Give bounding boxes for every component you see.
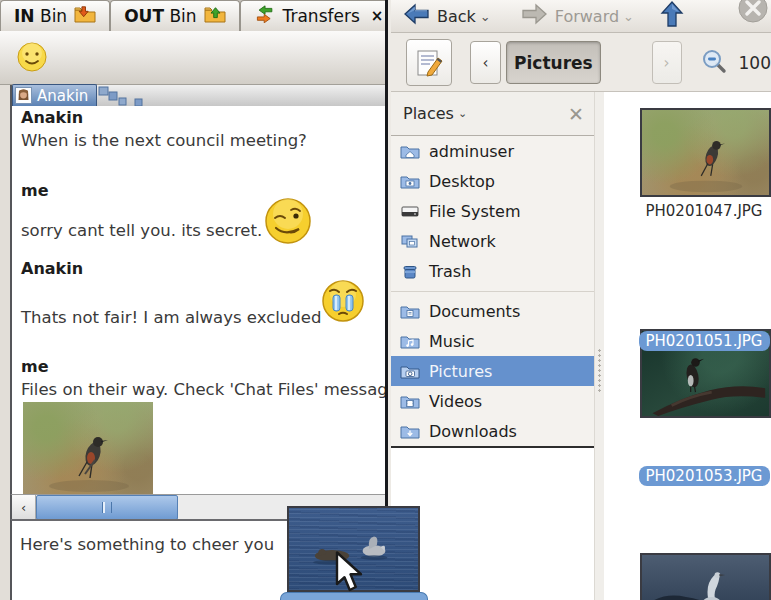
conversation-title: Anakin	[37, 87, 88, 105]
folder-in-icon	[74, 5, 96, 27]
forward-label: Forward	[555, 7, 619, 26]
places-sidebar: Places ⌄ ✕ adminuser Desktop	[391, 92, 594, 600]
file-name[interactable]: PH0201053.JPG	[622, 467, 771, 485]
message-sender: me	[21, 181, 49, 200]
tab-out-bin[interactable]: OUT Bin	[110, 0, 239, 31]
message-text: Files on their way. Check 'Chat Files' m…	[21, 380, 398, 399]
transfers-icon	[254, 5, 276, 27]
places-title[interactable]: Places	[403, 104, 454, 123]
message-sender: Anakin	[21, 108, 83, 127]
sidebar-item-label: Videos	[429, 392, 482, 411]
edit-note-icon	[414, 48, 444, 78]
videos-folder-icon	[400, 393, 420, 410]
sidebar-item-label: Desktop	[429, 172, 495, 191]
conversation-tab[interactable]: Anakin	[12, 84, 97, 106]
sidebar-item-videos[interactable]: Videos	[391, 386, 594, 416]
file-manager-window: Back ⌄ Forward ⌄	[385, 0, 771, 600]
path-button-label: Pictures	[514, 53, 593, 73]
message-sender: me	[21, 357, 49, 376]
back-icon[interactable]	[403, 3, 430, 29]
path-button-pictures[interactable]: Pictures	[506, 41, 602, 84]
pictures-folder-icon	[400, 363, 420, 380]
wink-emoji	[263, 196, 313, 250]
tab-close-icon[interactable]: ×	[371, 7, 384, 25]
sidebar-item-pictures[interactable]: Pictures	[391, 356, 594, 386]
path-left-glyph: ‹	[482, 54, 488, 72]
in-bin-label: IN Bin	[14, 6, 67, 26]
sidebar-item-label: Downloads	[429, 422, 517, 441]
conversation-tab-row: Anakin	[10, 85, 399, 106]
network-icon	[400, 233, 420, 250]
path-scroll-left-button[interactable]: ‹	[470, 41, 500, 84]
drive-icon	[400, 203, 420, 220]
window-close-icon[interactable]	[737, 0, 769, 28]
bird-photo-attachment[interactable]	[23, 402, 153, 494]
sidebar-item-desktop[interactable]: Desktop	[391, 166, 594, 196]
sidebar-separator	[391, 286, 594, 296]
edit-location-button[interactable]	[406, 39, 452, 86]
crying-emoji	[320, 278, 366, 328]
sidebar-item-label: adminuser	[429, 142, 514, 161]
trash-icon	[400, 263, 420, 280]
chat-toolbar	[0, 31, 397, 85]
sidebar-item-network[interactable]: Network	[391, 226, 594, 256]
sidebar-item-label: Trash	[429, 262, 471, 281]
places-header: Places ⌄ ✕	[391, 92, 594, 136]
file-name[interactable]: PH0201047.JPG	[622, 202, 771, 220]
file-name[interactable]: PH0201051.JPG	[622, 332, 771, 350]
pixel-trail-decoration	[97, 85, 157, 106]
sidebar-item-label: Network	[429, 232, 496, 251]
music-folder-icon	[400, 333, 420, 350]
sidebar-item-downloads[interactable]: Downloads	[391, 416, 594, 446]
out-bin-label: OUT Bin	[124, 6, 196, 26]
up-icon[interactable]	[660, 1, 684, 31]
fm-navigation-toolbar: Back ⌄ Forward ⌄	[391, 0, 771, 33]
smiley-icon[interactable]	[16, 41, 48, 73]
sidebar-item-label: Documents	[429, 302, 520, 321]
file-list[interactable]: PH0201047.JPG PH0201051.JPG	[604, 92, 771, 600]
forward-icon	[521, 3, 548, 29]
back-chevron-icon[interactable]: ⌄	[480, 9, 491, 24]
chat-input-text: Here's something to cheer you	[20, 535, 274, 554]
downloads-folder-icon	[400, 423, 420, 440]
sidebar-item-label: File System	[429, 202, 521, 221]
avatar	[15, 87, 32, 104]
path-scroll-right-button: ›	[652, 41, 682, 84]
forward-chevron-icon: ⌄	[623, 9, 634, 24]
sidebar-item-adminuser[interactable]: adminuser	[391, 136, 594, 166]
home-folder-icon	[400, 143, 420, 160]
places-caret-icon[interactable]: ⌄	[458, 107, 467, 120]
pane-grip-dots	[597, 348, 603, 392]
sidebar-empty-area	[391, 448, 594, 600]
mouse-cursor	[334, 551, 364, 593]
message-text: When is the next council meeting?	[21, 131, 307, 150]
back-label[interactable]: Back	[437, 7, 476, 26]
chat-tab-bar: IN Bin OUT Bin	[0, 0, 397, 32]
documents-folder-icon	[400, 303, 420, 320]
file-thumbnail-1[interactable]	[640, 108, 771, 197]
tab-transfers[interactable]: Transfers ×	[240, 0, 398, 31]
sidebar-item-label: Music	[429, 332, 475, 351]
desktop-folder-icon	[400, 173, 420, 190]
scrollbar-thumb[interactable]	[36, 495, 178, 520]
folder-out-icon	[204, 5, 226, 27]
sidebar-item-label: Pictures	[429, 362, 492, 381]
zoom-level-value[interactable]: 100	[739, 53, 771, 73]
message-text: Thats not fair! I am always excluded	[21, 308, 321, 327]
message-area[interactable]: Anakin When is the next council meeting?…	[10, 106, 399, 494]
sidebar-item-file-system[interactable]: File System	[391, 196, 594, 226]
path-right-glyph: ›	[664, 54, 670, 72]
transfers-label: Transfers	[283, 6, 360, 26]
message-text: sorry cant tell you. its secret.	[21, 221, 262, 240]
sidebar-item-documents[interactable]: Documents	[391, 296, 594, 326]
tab-in-bin[interactable]: IN Bin	[0, 0, 110, 31]
sidebar-close-icon[interactable]: ✕	[568, 103, 584, 125]
fm-location-bar: ‹ Pictures › 100	[391, 34, 771, 92]
message-sender: Anakin	[21, 259, 83, 278]
scroll-left-button[interactable]: ‹	[12, 495, 36, 520]
zoom-out-icon[interactable]	[701, 48, 727, 78]
sidebar-item-trash[interactable]: Trash	[391, 256, 594, 286]
drag-preview-label	[280, 592, 428, 600]
file-thumbnail-3[interactable]	[640, 553, 771, 600]
sidebar-item-music[interactable]: Music	[391, 326, 594, 356]
